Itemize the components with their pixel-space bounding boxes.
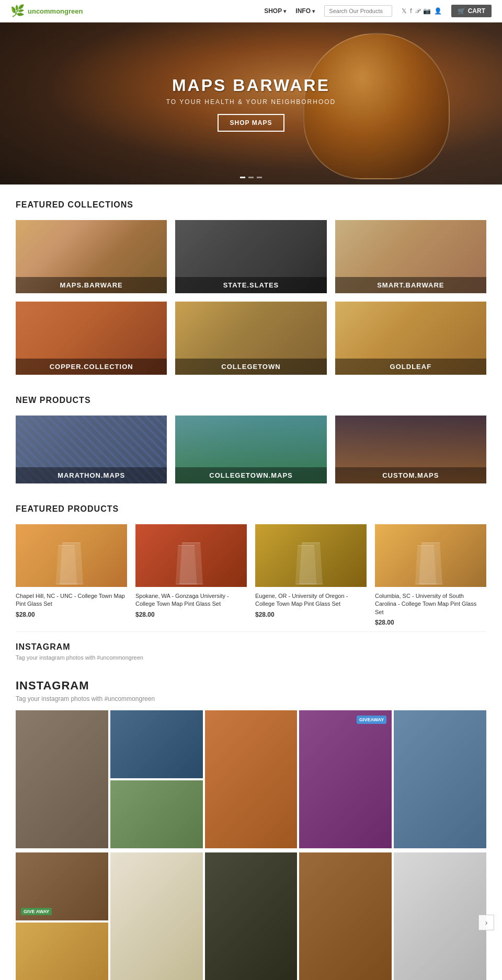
giveaway-badge-2: GIVE AWAY [21, 908, 52, 915]
instagram-item-6b[interactable] [16, 923, 108, 980]
user-icon[interactable]: 👤 [434, 7, 442, 15]
glass-decoration-2 [55, 545, 78, 584]
instagram-next-button[interactable]: › [478, 915, 494, 930]
new-product-collegetown[interactable]: COLLEGETOWN.MAPS [175, 416, 326, 483]
instagram-main-title: INSTAGRAM [16, 679, 486, 693]
cart-button[interactable]: 🛒 CART [451, 5, 492, 17]
product-name-eugene: Eugene, OR - University of Oregon - Coll… [255, 592, 367, 608]
product-chapel-hill[interactable]: Chapel Hill, NC - UNC - College Town Map… [16, 524, 127, 626]
hero-carousel-dots [240, 177, 262, 178]
product-columbia[interactable]: Columbia, SC - University of South Carol… [375, 524, 486, 626]
glass-decoration-8 [414, 545, 438, 584]
instagram-grid-1: GIVEAWAY [16, 710, 486, 850]
main-nav: SHOP ▾ INFO ▾ 𝕏 f 𝒫 📷 👤 🛒 CART [264, 5, 492, 17]
hero-banner: MAPS BARWARE TO YOUR HEALTH & YOUR NEIGH… [0, 22, 502, 185]
np-custom-label: CUSTOM.MAPS [335, 467, 486, 483]
instagram-main-section: INSTAGRAM Tag your instagram photos with… [0, 679, 502, 980]
featured-collections-title: FEATURED COLLECTIONS [16, 200, 486, 210]
hero-title: MAPS BARWARE [166, 76, 336, 95]
featured-products-section: FEATURED PRODUCTS Chapel Hill, NC - UNC … [0, 489, 502, 631]
hero-dot-3[interactable] [257, 177, 262, 178]
collection-smart-barware[interactable]: SMART.BARWARE [335, 220, 486, 293]
new-products-section: NEW PRODUCTS MARATHON.MAPS COLLEGETOWN.M… [0, 380, 502, 489]
hero-subtitle: TO YOUR HEALTH & YOUR NEIGHBORHOOD [166, 98, 336, 106]
product-img-columbia [375, 524, 486, 587]
collection-maps-label: MAPS.BARWARE [16, 277, 167, 293]
collection-collegetown[interactable]: COLLEGETOWN [175, 302, 326, 375]
instagram-item-2a[interactable] [110, 710, 203, 778]
social-icons: 𝕏 f 𝒫 📷 👤 [402, 7, 441, 15]
product-price-chapel: $28.00 [16, 611, 127, 618]
product-price-columbia: $28.00 [375, 619, 486, 626]
instagram-top-section: INSTAGRAM Tag your instagram photos with… [0, 632, 502, 679]
product-img-eugene [255, 524, 367, 587]
logo-leaf-icon: 🌿 [10, 4, 25, 18]
product-price-eugene: $28.00 [255, 611, 367, 618]
hero-dot-2[interactable] [248, 177, 254, 178]
new-products-title: NEW PRODUCTS [16, 396, 486, 405]
glass-decoration-6 [294, 545, 318, 584]
new-products-grid: MARATHON.MAPS COLLEGETOWN.MAPS CUSTOM.MA… [16, 416, 486, 483]
instagram-item-7[interactable] [110, 852, 203, 980]
hero-content: MAPS BARWARE TO YOUR HEALTH & YOUR NEIGH… [166, 76, 336, 132]
instagram-grid-2: GIVE AWAY › [16, 852, 486, 980]
np-collegetown-label: COLLEGETOWN.MAPS [175, 467, 326, 483]
collection-copper-label: COPPER.COLLECTION [16, 359, 167, 375]
collection-goldleaf-label: GOLDLEAF [335, 359, 486, 375]
instagram-item-3[interactable] [205, 710, 298, 848]
collections-grid: MAPS.BARWARE STATE.SLATES SMART.BARWARE … [16, 220, 486, 375]
facebook-icon[interactable]: f [410, 7, 412, 15]
info-arrow-icon: ▾ [312, 8, 315, 14]
logo-text: uncommongreen [28, 7, 83, 15]
instagram-col2-1: GIVE AWAY [16, 852, 108, 980]
collection-collegetown-label: COLLEGETOWN [175, 359, 326, 375]
instagram-item-4[interactable]: GIVEAWAY [299, 710, 392, 848]
hero-cta-button[interactable]: SHOP MAPS [218, 114, 285, 132]
instagram-top-title: INSTAGRAM [16, 642, 486, 652]
glass-decoration-4 [175, 545, 198, 584]
instagram-item-9[interactable] [299, 852, 392, 980]
collection-state-slates[interactable]: STATE.SLATES [175, 220, 326, 293]
product-price-spokane: $28.00 [135, 611, 247, 618]
cart-icon: 🛒 [458, 7, 465, 15]
hero-dot-1[interactable] [240, 177, 245, 178]
instagram-icon[interactable]: 📷 [423, 7, 431, 15]
product-img-chapel [16, 524, 127, 587]
collection-copper[interactable]: COPPER.COLLECTION [16, 302, 167, 375]
collection-maps-barware[interactable]: MAPS.BARWARE [16, 220, 167, 293]
info-nav-link[interactable]: INFO ▾ [295, 7, 315, 15]
instagram-item-8[interactable] [205, 852, 298, 980]
instagram-item-10[interactable] [394, 852, 486, 980]
product-eugene[interactable]: Eugene, OR - University of Oregon - Coll… [255, 524, 367, 626]
instagram-item-1[interactable] [16, 710, 108, 848]
featured-products-title: FEATURED PRODUCTS [16, 504, 486, 514]
new-product-custom-maps[interactable]: CUSTOM.MAPS [335, 416, 486, 483]
product-name-spokane: Spokane, WA - Gonzaga University - Colle… [135, 592, 247, 608]
collection-slates-label: STATE.SLATES [175, 277, 326, 293]
pinterest-icon[interactable]: 𝒫 [415, 7, 420, 15]
collection-goldleaf[interactable]: GOLDLEAF [335, 302, 486, 375]
twitter-icon[interactable]: 𝕏 [402, 7, 407, 15]
product-name-columbia: Columbia, SC - University of South Carol… [375, 592, 486, 616]
shop-nav-link[interactable]: SHOP ▾ [264, 7, 286, 15]
np-marathon-label: MARATHON.MAPS [16, 467, 167, 483]
collection-smart-label: SMART.BARWARE [335, 277, 486, 293]
instagram-top-tag: Tag your instagram photos with #uncommon… [16, 654, 486, 661]
featured-collections-section: FEATURED COLLECTIONS MAPS.BARWARE STATE.… [0, 185, 502, 380]
search-input[interactable] [324, 5, 392, 17]
instagram-main-tag: Tag your instagram photos with #uncommon… [16, 695, 486, 702]
shop-arrow-icon: ▾ [283, 8, 286, 14]
header: 🌿 uncommongreen SHOP ▾ INFO ▾ 𝕏 f 𝒫 📷 👤 … [0, 0, 502, 22]
instagram-item-2b[interactable] [110, 780, 203, 848]
product-name-chapel: Chapel Hill, NC - UNC - College Town Map… [16, 592, 127, 608]
product-img-spokane [135, 524, 247, 587]
giveaway-badge: GIVEAWAY [357, 716, 386, 724]
instagram-col-2 [110, 710, 203, 848]
product-spokane[interactable]: Spokane, WA - Gonzaga University - Colle… [135, 524, 247, 626]
logo[interactable]: 🌿 uncommongreen [10, 4, 83, 18]
featured-products-grid: Chapel Hill, NC - UNC - College Town Map… [16, 524, 486, 626]
instagram-item-5[interactable] [394, 710, 486, 848]
new-product-marathon[interactable]: MARATHON.MAPS [16, 416, 167, 483]
instagram-item-6a[interactable]: GIVE AWAY [16, 852, 108, 920]
